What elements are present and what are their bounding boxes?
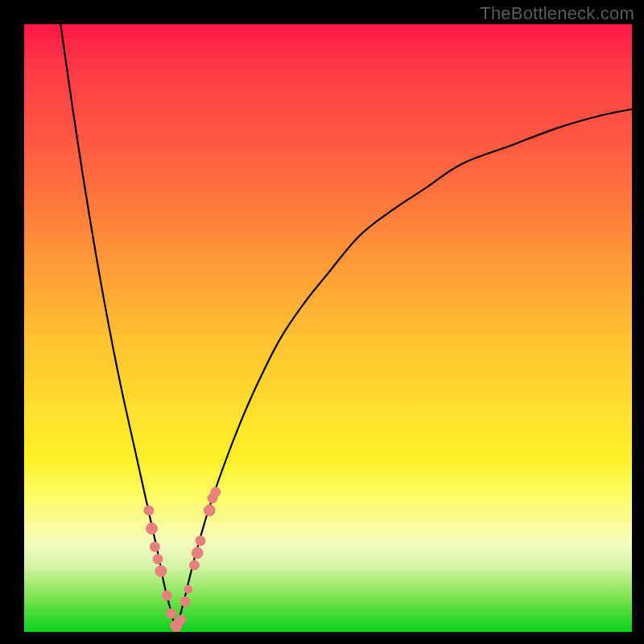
marker-point — [162, 591, 171, 601]
marker-point — [153, 554, 163, 564]
marker-point — [189, 560, 199, 570]
marker-point — [176, 615, 186, 625]
curve-path — [60, 24, 632, 625]
chart-svg — [24, 24, 632, 632]
marker-point — [196, 536, 205, 546]
plot-area — [24, 24, 632, 632]
chart-container: TheBottleneck.com — [0, 0, 644, 644]
marker-point — [167, 609, 176, 618]
marker-point — [184, 585, 192, 593]
marker-point — [150, 542, 159, 551]
marker-point — [211, 487, 221, 497]
marker-point — [144, 506, 154, 515]
marker-point — [204, 505, 215, 516]
marker-point — [180, 597, 190, 606]
marker-point — [147, 523, 158, 535]
marker-point — [155, 566, 167, 577]
watermark-text: TheBottleneck.com — [480, 3, 634, 24]
marker-point — [192, 547, 203, 559]
bottleneck-curve — [60, 24, 632, 625]
